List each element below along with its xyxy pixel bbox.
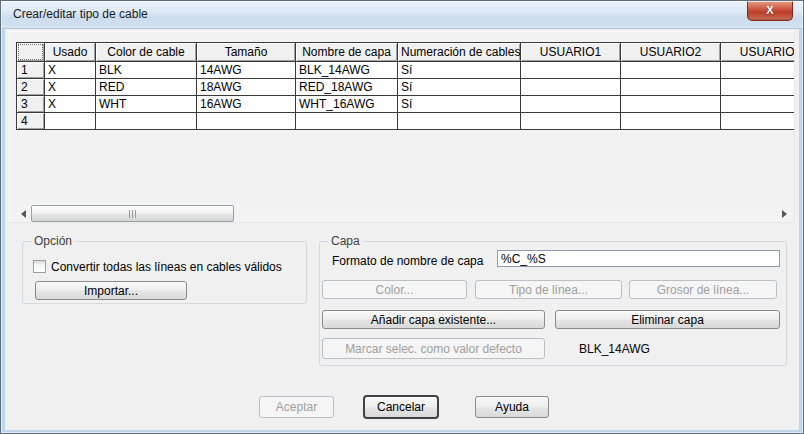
- horizontal-scrollbar[interactable]: [16, 205, 792, 222]
- marcar-valor-defecto-button[interactable]: Marcar selec. como valor defecto: [322, 338, 545, 359]
- window-title: Crear/editar tipo de cable: [13, 1, 148, 28]
- cell-usuario2[interactable]: [621, 79, 721, 96]
- arrow-right-icon: [782, 210, 787, 218]
- col-header-tamano[interactable]: Tamaño: [197, 43, 296, 62]
- cell-numeracion[interactable]: Sí: [398, 62, 521, 79]
- table-row: 4: [17, 113, 796, 130]
- cell-usuario3[interactable]: [721, 79, 796, 96]
- cell-nombre-capa[interactable]: WHT_16AWG: [296, 96, 398, 113]
- cell-tamano[interactable]: [197, 113, 296, 130]
- cell-tamano[interactable]: 14AWG: [197, 62, 296, 79]
- arrow-left-icon: [21, 210, 26, 218]
- wire-grid-panel: Usado Color de cable Tamaño Nombre de ca…: [9, 31, 795, 223]
- cell-color[interactable]: RED: [96, 79, 197, 96]
- row-header[interactable]: 3: [17, 96, 45, 113]
- cell-numeracion[interactable]: Sí: [398, 79, 521, 96]
- col-header-usuario1[interactable]: USUARIO1: [521, 43, 621, 62]
- ayuda-button[interactable]: Ayuda: [475, 396, 549, 418]
- cell-usado[interactable]: X: [45, 96, 96, 113]
- dialog-crear-editar-tipo-de-cable: Crear/editar tipo de cable X Usado Color…: [0, 0, 804, 434]
- cell-usuario3[interactable]: [721, 113, 796, 130]
- cell-usuario2[interactable]: [621, 113, 721, 130]
- close-icon: X: [766, 5, 773, 16]
- table-row: 3 X WHT 16AWG WHT_16AWG Sí: [17, 96, 796, 113]
- row-header[interactable]: 4: [17, 113, 45, 130]
- convert-lines-checkbox[interactable]: [33, 260, 46, 273]
- capa-group: Capa Formato de nombre de capa Color... …: [319, 241, 787, 366]
- convert-lines-checkbox-label[interactable]: Convertir todas las líneas en cables vál…: [51, 260, 282, 274]
- cell-usuario3[interactable]: [721, 62, 796, 79]
- grid-corner-cell[interactable]: [17, 43, 45, 62]
- default-layer-value: BLK_14AWG: [579, 342, 650, 356]
- cell-nombre-capa[interactable]: BLK_14AWG: [296, 62, 398, 79]
- cell-usado[interactable]: [45, 113, 96, 130]
- opcion-group: Opción Convertir todas las líneas en cab…: [22, 241, 307, 304]
- cell-usado[interactable]: X: [45, 79, 96, 96]
- cancelar-button[interactable]: Cancelar: [363, 395, 439, 419]
- cell-color[interactable]: [96, 113, 197, 130]
- cell-color[interactable]: BLK: [96, 62, 197, 79]
- grosor-de-linea-button[interactable]: Grosor de línea...: [629, 280, 777, 299]
- col-header-usuario3[interactable]: USUARIO3: [721, 43, 796, 62]
- col-header-usado[interactable]: Usado: [45, 43, 96, 62]
- row-header[interactable]: 2: [17, 79, 45, 96]
- cell-usuario1[interactable]: [521, 113, 621, 130]
- row-header[interactable]: 1: [17, 62, 45, 79]
- cell-color[interactable]: WHT: [96, 96, 197, 113]
- anadir-capa-existente-button[interactable]: Añadir capa existente...: [322, 310, 545, 329]
- cell-tamano[interactable]: 18AWG: [197, 79, 296, 96]
- table-row: 1 X BLK 14AWG BLK_14AWG Sí: [17, 62, 796, 79]
- col-header-nombre-de-capa[interactable]: Nombre de capa: [296, 43, 398, 62]
- col-header-usuario2[interactable]: USUARIO2: [621, 43, 721, 62]
- titlebar[interactable]: Crear/editar tipo de cable: [1, 1, 803, 29]
- formato-nombre-capa-label: Formato de nombre de capa: [332, 254, 483, 268]
- cell-nombre-capa[interactable]: RED_18AWG: [296, 79, 398, 96]
- cell-usuario1[interactable]: [521, 79, 621, 96]
- close-button[interactable]: X: [747, 1, 793, 21]
- selection-marquee: [18, 44, 43, 60]
- cell-usuario2[interactable]: [621, 96, 721, 113]
- tipo-de-linea-button[interactable]: Tipo de línea...: [475, 280, 622, 299]
- opcion-group-title: Opción: [31, 234, 75, 248]
- formato-nombre-capa-input[interactable]: [497, 250, 780, 267]
- col-header-numeracion[interactable]: Numeración de cables: [398, 43, 521, 62]
- capa-group-title: Capa: [328, 234, 363, 248]
- table-row: 2 X RED 18AWG RED_18AWG Sí: [17, 79, 796, 96]
- col-header-color-de-cable[interactable]: Color de cable: [96, 43, 197, 62]
- cell-usuario3[interactable]: [721, 96, 796, 113]
- scrollbar-thumb[interactable]: [31, 205, 234, 222]
- color-button[interactable]: Color...: [322, 280, 467, 299]
- scroll-left-button[interactable]: [16, 205, 31, 222]
- aceptar-button[interactable]: Aceptar: [259, 396, 334, 418]
- grip-icon: [129, 210, 137, 218]
- cell-numeracion[interactable]: [398, 113, 521, 130]
- cell-usado[interactable]: X: [45, 62, 96, 79]
- cell-tamano[interactable]: 16AWG: [197, 96, 296, 113]
- cell-numeracion[interactable]: Sí: [398, 96, 521, 113]
- cell-usuario1[interactable]: [521, 62, 621, 79]
- wire-type-table: Usado Color de cable Tamaño Nombre de ca…: [16, 42, 795, 130]
- eliminar-capa-button[interactable]: Eliminar capa: [555, 310, 780, 329]
- header-row: Usado Color de cable Tamaño Nombre de ca…: [17, 43, 796, 62]
- scroll-right-button[interactable]: [777, 205, 792, 222]
- cell-nombre-capa[interactable]: [296, 113, 398, 130]
- importar-button[interactable]: Importar...: [35, 281, 187, 300]
- cell-usuario2[interactable]: [621, 62, 721, 79]
- cell-usuario1[interactable]: [521, 96, 621, 113]
